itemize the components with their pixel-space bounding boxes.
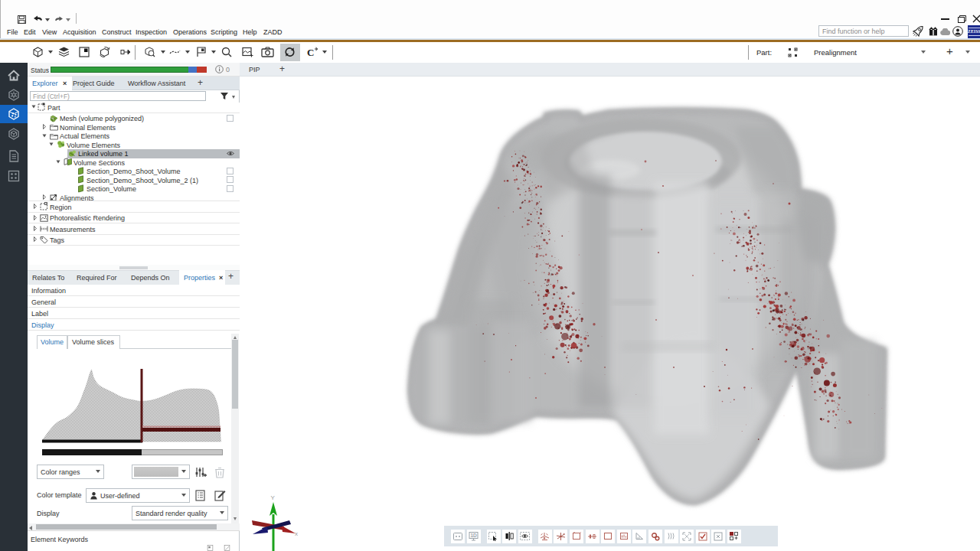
svg-text:1D: 1D	[471, 533, 478, 538]
svg-text:Y: Y	[271, 494, 276, 501]
svg-text:x: x	[295, 530, 298, 537]
svg-text:C: C	[307, 47, 314, 57]
